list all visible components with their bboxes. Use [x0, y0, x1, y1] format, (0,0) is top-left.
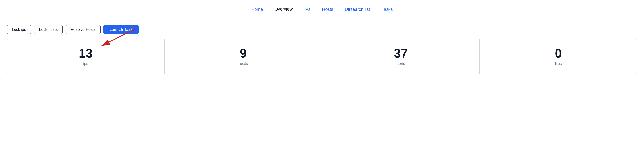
navigation: Home Overview IPs Hosts Dirsearch list T… [0, 0, 644, 17]
stat-ports-value: 37 [394, 47, 408, 60]
lock-hosts-button[interactable]: Lock hosts [34, 25, 62, 34]
stat-ips: 13 ips [7, 39, 164, 74]
lock-ips-button[interactable]: Lock ips [7, 25, 31, 34]
nav-home[interactable]: Home [251, 7, 263, 13]
stat-files: 0 files [479, 39, 637, 74]
stat-ips-label: ips [83, 61, 88, 66]
nav-hosts[interactable]: Hosts [322, 7, 333, 13]
stat-hosts: 9 hosts [164, 39, 322, 74]
toolbar: Lock ips Lock hosts Resolve Hosts Launch… [0, 17, 644, 39]
stat-ports: 37 ports [322, 39, 480, 74]
stat-files-value: 0 [555, 47, 562, 60]
stat-ports-label: ports [396, 61, 405, 66]
arrow-annotation [87, 22, 140, 51]
stat-files-label: files [555, 61, 562, 66]
stat-hosts-value: 9 [240, 47, 247, 60]
nav-ips[interactable]: IPs [304, 7, 310, 13]
nav-overview[interactable]: Overview [274, 7, 292, 13]
nav-dirsearch-list[interactable]: Dirsearch list [345, 7, 370, 13]
nav-tasks[interactable]: Tasks [382, 7, 393, 13]
stat-hosts-label: hosts [238, 61, 248, 66]
svg-line-1 [102, 29, 136, 46]
